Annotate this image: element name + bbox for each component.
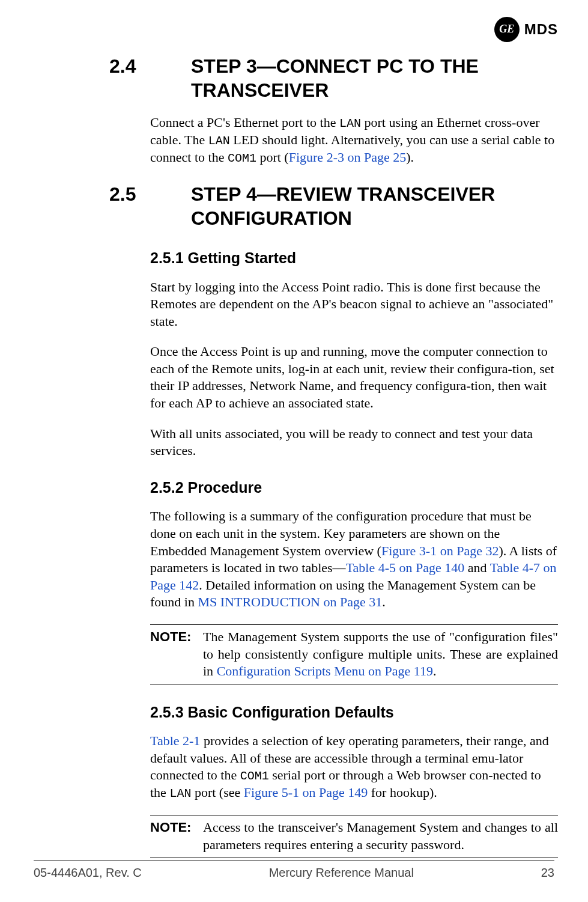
header-logo: GE MDS <box>494 17 558 42</box>
subsection-heading-253: 2.5.3 Basic Configuration Defaults <box>150 702 558 722</box>
text: port (see <box>191 785 243 800</box>
subsection-heading-252: 2.5.2 Procedure <box>150 478 558 498</box>
footer-left: 05-4446A01, Rev. C <box>34 865 142 880</box>
paragraph: Connect a PC's Ethernet port to the LAN … <box>150 114 558 166</box>
text: . <box>382 594 386 609</box>
crossref-link[interactable]: Table 4-5 on Page 140 <box>346 560 465 575</box>
note-label: NOTE: <box>150 629 203 680</box>
note-body: Access to the transceiver's Management S… <box>203 819 558 853</box>
footer-center: Mercury Reference Manual <box>269 865 414 880</box>
crossref-link[interactable]: Table 2-1 <box>150 733 200 748</box>
inline-code: COM1 <box>228 151 256 165</box>
footer-rule <box>34 861 554 861</box>
paragraph: With all units associated, you will be r… <box>150 425 558 460</box>
text: ). <box>406 150 414 165</box>
crossref-link[interactable]: Figure 5-1 on Page 149 <box>244 785 368 800</box>
note-block: NOTE: Access to the transceiver's Manage… <box>150 815 558 858</box>
crossref-link[interactable]: Figure 3-1 on Page 32 <box>381 543 499 558</box>
inline-code: LAN <box>208 134 230 148</box>
paragraph: Table 2-1 provides a selection of key op… <box>150 733 558 802</box>
section-number: 2.5 <box>150 182 191 206</box>
section-title: STEP 3—CONNECT PC TO THE TRANSCEIVER <box>191 55 479 101</box>
crossref-link[interactable]: Configuration Scripts Menu on Page 119 <box>217 663 433 678</box>
footer-right: 23 <box>541 865 554 880</box>
note-body: The Management System supports the use o… <box>203 629 558 680</box>
section-heading-2-4: 2.4STEP 3—CONNECT PC TO THE TRANSCEIVER <box>150 54 558 102</box>
paragraph: Once the Access Point is up and running,… <box>150 343 558 412</box>
text: and <box>464 560 489 575</box>
crossref-link[interactable]: Figure 2-3 on Page 25 <box>289 150 407 165</box>
text: Connect a PC's Ethernet port to the <box>150 115 339 130</box>
ge-logo-icon: GE <box>494 17 520 42</box>
crossref-link[interactable]: MS INTRODUCTION on Page 31 <box>198 594 382 609</box>
note-label: NOTE: <box>150 819 203 853</box>
inline-code: LAN <box>339 117 361 130</box>
inline-code: LAN <box>169 787 191 800</box>
text: for hookup). <box>368 785 437 800</box>
inline-code: COM1 <box>240 769 269 783</box>
subsection-heading-251: 2.5.1 Getting Started <box>150 248 558 268</box>
note-block: NOTE: The Management System supports the… <box>150 624 558 684</box>
section-title: STEP 4—REVIEW TRANSCEIVER CONFIGURATION <box>191 183 495 229</box>
content: 2.4STEP 3—CONNECT PC TO THE TRANSCEIVER … <box>150 54 558 858</box>
text: port ( <box>256 150 289 165</box>
page: GE MDS 2.4STEP 3—CONNECT PC TO THE TRANS… <box>0 0 588 858</box>
section-heading-2-5: 2.5STEP 4—REVIEW TRANSCEIVER CONFIGURATI… <box>150 182 558 230</box>
mds-logo-text: MDS <box>524 20 558 38</box>
section-number: 2.4 <box>150 54 191 78</box>
paragraph: Start by logging into the Access Point r… <box>150 279 558 331</box>
paragraph: The following is a summary of the config… <box>150 508 558 611</box>
footer: 05-4446A01, Rev. C Mercury Reference Man… <box>0 865 588 880</box>
text: . <box>433 663 437 678</box>
